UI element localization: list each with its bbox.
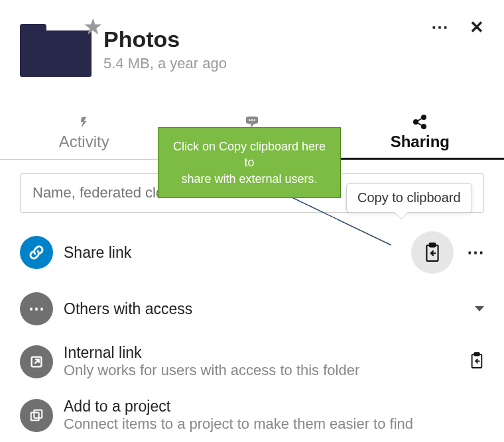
share-icon	[336, 114, 504, 131]
tooltip-text: Copy to clipboard	[357, 190, 461, 205]
internal-link-sub: Only works for users with access to this…	[64, 362, 459, 379]
title-block: Photos 5.4 MB, a year ago	[103, 13, 431, 72]
svg-rect-10	[430, 243, 436, 247]
svg-point-4	[414, 120, 418, 124]
link-icon	[20, 236, 53, 269]
svg-line-7	[418, 119, 422, 121]
tab-activity-label: Activity	[59, 133, 109, 150]
share-link-more-button[interactable]: ⋯	[467, 243, 484, 263]
header-actions: ⋯ ✕	[431, 13, 484, 38]
others-icon: ⋯	[20, 292, 53, 325]
svg-point-2	[251, 119, 253, 121]
svg-point-3	[253, 119, 255, 121]
share-link-row: Share link ⋯	[20, 222, 484, 283]
annotation-line1: Click on Copy clipboard here to	[168, 138, 331, 171]
copy-clipboard-tooltip: Copy to clipboard	[346, 183, 472, 213]
add-project-sub: Connect items to a project to make them …	[64, 415, 484, 433]
copy-clipboard-button[interactable]	[411, 231, 454, 274]
svg-point-6	[422, 125, 426, 129]
svg-line-8	[418, 123, 422, 126]
svg-rect-13	[474, 353, 479, 356]
instruction-callout: Click on Copy clipboard here to share wi…	[158, 127, 341, 198]
tab-sharing[interactable]: Sharing	[336, 114, 504, 160]
others-expand-caret[interactable]	[475, 306, 484, 311]
tab-activity[interactable]: Activity	[0, 114, 168, 159]
add-project-row[interactable]: Add to a project Connect items to a proj…	[20, 388, 484, 433]
more-actions-button[interactable]: ⋯	[431, 17, 448, 38]
internal-link-copy-button[interactable]	[470, 352, 484, 372]
folder-icon: ★	[20, 19, 92, 77]
others-access-row[interactable]: ⋯ Others with access	[20, 283, 484, 335]
share-link-label: Share link	[64, 244, 401, 262]
page-title: Photos	[103, 27, 431, 52]
internal-link-row: Internal link Only works for users with …	[20, 335, 484, 388]
svg-point-1	[249, 119, 250, 121]
add-project-title: Add to a project	[64, 398, 484, 415]
page-subtitle: 5.4 MB, a year ago	[103, 55, 431, 72]
header: ★ Photos 5.4 MB, a year ago ⋯ ✕	[0, 0, 504, 83]
others-access-label: Others with access	[64, 300, 464, 318]
internal-link-icon	[20, 345, 53, 378]
favorite-star-icon[interactable]: ★	[83, 13, 103, 40]
tab-sharing-label: Sharing	[391, 133, 450, 150]
svg-point-5	[422, 115, 426, 119]
internal-link-title: Internal link	[64, 344, 459, 362]
project-icon	[20, 399, 53, 432]
svg-rect-15	[34, 410, 42, 417]
close-button[interactable]: ✕	[470, 17, 484, 38]
annotation-line2: share with external users.	[168, 171, 331, 187]
svg-rect-14	[31, 412, 39, 420]
lightning-icon	[0, 114, 168, 131]
